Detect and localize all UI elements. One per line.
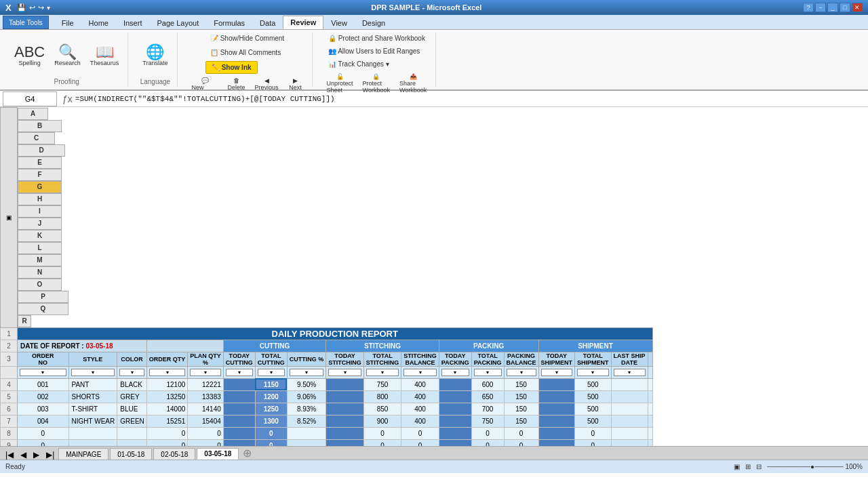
- cell-last-ship-date[interactable]: [611, 427, 648, 439]
- zoom-slider[interactable]: ─────────●────── 100%: [767, 463, 863, 470]
- sheet-nav-last[interactable]: ▶|: [43, 450, 57, 460]
- help-button[interactable]: ?: [803, 3, 814, 12]
- cell-pack-balance[interactable]: 0: [504, 439, 538, 446]
- cell-total-shipment[interactable]: 0: [575, 439, 612, 446]
- cell-today-stitching[interactable]: [326, 439, 364, 446]
- filter-D[interactable]: ▾: [149, 369, 186, 376]
- formula-input[interactable]: [75, 92, 868, 106]
- quick-save-icon[interactable]: 💾: [17, 3, 26, 12]
- filter-B[interactable]: ▾: [71, 369, 115, 376]
- cell-plan-qty[interactable]: 14140: [188, 403, 224, 415]
- cell-today-stitching[interactable]: [326, 427, 364, 439]
- allow-users-edit-button[interactable]: 👥 Allow Users to Edit Ranges: [323, 45, 425, 57]
- close-button[interactable]: ✕: [852, 3, 863, 12]
- sheet-nav-first[interactable]: |◀: [3, 450, 16, 460]
- filter-M[interactable]: ▾: [474, 369, 502, 376]
- cell-total-packing[interactable]: 700: [471, 403, 504, 415]
- cell-color[interactable]: GREEN: [117, 415, 147, 427]
- filter-J[interactable]: ▾: [366, 369, 399, 376]
- tab-home[interactable]: Home: [81, 16, 116, 29]
- cell-today-stitching[interactable]: [326, 378, 364, 390]
- cell-today-packing[interactable]: [439, 390, 471, 403]
- cell-stitch-balance[interactable]: 400: [401, 378, 439, 390]
- cell-order-no[interactable]: 0: [18, 427, 69, 439]
- cell-last-ship-date[interactable]: [611, 403, 648, 415]
- cell-today-shipment[interactable]: [538, 439, 575, 446]
- filter-N[interactable]: ▾: [507, 369, 536, 376]
- filter-C[interactable]: ▾: [119, 369, 144, 376]
- ribbon-toggle-button[interactable]: −: [815, 3, 826, 12]
- col-header-J[interactable]: J: [18, 218, 62, 230]
- show-all-comments-button[interactable]: 📋 Show All Comments: [205, 47, 285, 58]
- cell-total-cutting[interactable]: 0: [255, 439, 287, 446]
- tab-data[interactable]: Data: [252, 16, 283, 29]
- cell-stitch-balance[interactable]: 0: [401, 439, 439, 446]
- cell-last-ship-date[interactable]: [611, 439, 648, 446]
- cell-today-shipment[interactable]: [538, 415, 575, 427]
- cell-total-stitching[interactable]: 750: [363, 378, 401, 390]
- cell-color[interactable]: [117, 427, 147, 439]
- insert-sheet-button[interactable]: ⊕: [240, 447, 254, 460]
- cell-color[interactable]: BLACK: [117, 378, 147, 390]
- col-header-I[interactable]: I: [18, 205, 62, 218]
- cell-today-stitching[interactable]: [326, 403, 364, 415]
- col-header-F[interactable]: F: [18, 169, 62, 181]
- cell-total-stitching[interactable]: 0: [363, 427, 401, 439]
- cell-stitch-balance[interactable]: 400: [401, 390, 439, 403]
- col-header-H[interactable]: H: [18, 193, 62, 205]
- cell-order-no[interactable]: 004: [18, 415, 69, 427]
- cell-cutting-pct[interactable]: 8.52%: [287, 415, 326, 427]
- thesaurus-button[interactable]: 📖 Thesaurus: [87, 43, 123, 68]
- cell-today-cutting[interactable]: [223, 403, 255, 415]
- cell-order-qty[interactable]: 13250: [146, 390, 188, 403]
- spelling-button[interactable]: ABC Spelling: [11, 43, 48, 68]
- cell-color[interactable]: GREY: [117, 390, 147, 403]
- cell-total-stitching[interactable]: 900: [363, 415, 401, 427]
- sheet-tab-02-05-18[interactable]: 02-05-18: [153, 448, 195, 460]
- filter-I[interactable]: ▾: [328, 369, 361, 376]
- col-header-N[interactable]: N: [18, 266, 62, 279]
- cell-cutting-pct[interactable]: 9.50%: [287, 378, 326, 390]
- table-tools-tab[interactable]: Table Tools: [3, 16, 49, 29]
- col-header-K[interactable]: K: [18, 230, 62, 242]
- cell-today-cutting[interactable]: [223, 427, 255, 439]
- tab-page-layout[interactable]: Page Layout: [149, 16, 206, 29]
- tab-design[interactable]: Design: [355, 16, 393, 29]
- protect-share-workbook-button[interactable]: 🔒 Protect and Share Workbook: [323, 33, 430, 44]
- cell-total-cutting[interactable]: 1300: [255, 415, 287, 427]
- cell-order-no[interactable]: 0: [18, 439, 69, 446]
- filter-K[interactable]: ▾: [403, 369, 437, 376]
- cell-order-no[interactable]: 002: [18, 390, 69, 403]
- tab-review[interactable]: Review: [283, 16, 323, 29]
- cell-cutting-pct[interactable]: 8.93%: [287, 403, 326, 415]
- cell-cutting-pct[interactable]: [287, 439, 326, 446]
- tab-file[interactable]: File: [54, 16, 81, 29]
- research-button[interactable]: 🔍 Research: [51, 43, 84, 68]
- sheet-tab-mainpage[interactable]: MAINPAGE: [58, 448, 108, 460]
- view-layout-icon[interactable]: ⊞: [745, 463, 751, 470]
- filter-O[interactable]: ▾: [541, 369, 573, 376]
- cell-today-shipment[interactable]: [538, 378, 575, 390]
- cell-total-stitching[interactable]: 850: [363, 403, 401, 415]
- show-hide-comment-button[interactable]: 📝 Show/Hide Comment: [205, 33, 289, 44]
- col-header-B[interactable]: B: [18, 120, 62, 132]
- cell-today-packing[interactable]: [439, 427, 471, 439]
- cell-stitch-balance[interactable]: 400: [401, 403, 439, 415]
- filter-G[interactable]: ▾: [258, 369, 285, 376]
- tab-view[interactable]: View: [323, 16, 355, 29]
- cell-color[interactable]: BLUE: [117, 403, 147, 415]
- cell-today-stitching[interactable]: [326, 390, 364, 403]
- col-header-G[interactable]: G: [18, 181, 62, 193]
- view-normal-icon[interactable]: ▣: [734, 463, 740, 470]
- cell-plan-qty[interactable]: 0: [188, 439, 224, 446]
- sheet-tab-03-05-18[interactable]: 03-05-18: [197, 448, 239, 460]
- filter-P[interactable]: ▾: [577, 369, 609, 376]
- cell-stitch-balance[interactable]: 0: [401, 427, 439, 439]
- quick-undo-icon[interactable]: ↩: [29, 3, 35, 12]
- quick-dropdown-icon[interactable]: ▾: [47, 4, 50, 12]
- cell-style[interactable]: [68, 427, 117, 439]
- cell-style[interactable]: T-SHIRT: [68, 403, 117, 415]
- cell-today-cutting[interactable]: [223, 415, 255, 427]
- sheet-tab-01-05-18[interactable]: 01-05-18: [110, 448, 152, 460]
- cell-last-ship-date[interactable]: [611, 390, 648, 403]
